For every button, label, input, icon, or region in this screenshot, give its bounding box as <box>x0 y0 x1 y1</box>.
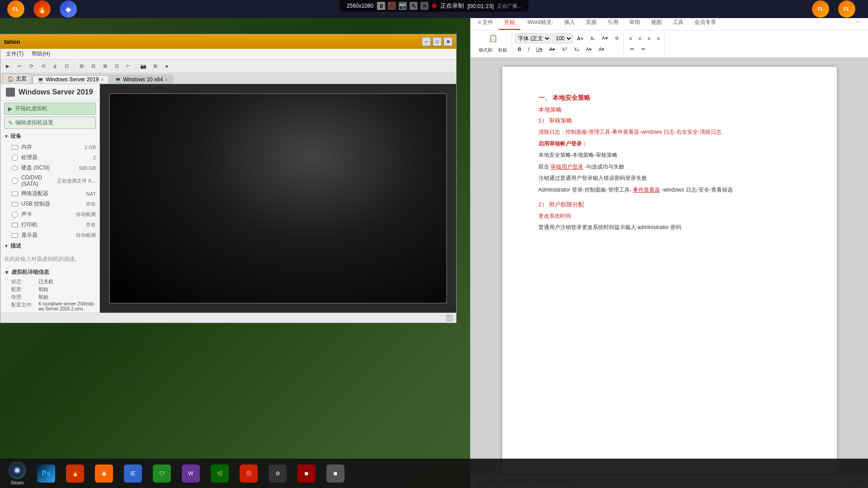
paste-button[interactable]: 粘贴 <box>495 45 510 55</box>
toolbar-more[interactable]: ▼ <box>161 61 172 71</box>
menu-file[interactable]: 文件(T) <box>2 49 27 59</box>
bold-button[interactable]: B <box>515 45 524 54</box>
toolbar-btn-5[interactable]: ⏸ <box>49 61 60 71</box>
toolbar-btn-2[interactable]: ↩ <box>14 61 25 71</box>
font-name-select[interactable]: 字体 (正文) <box>515 33 551 43</box>
align-center[interactable]: ≡ <box>636 34 644 43</box>
close-recording-button[interactable]: ✕ <box>420 2 429 10</box>
minimize-button[interactable]: ─ <box>422 37 431 46</box>
fl-right-2[interactable]: FL <box>835 0 858 20</box>
format-brush-button[interactable]: 📋 <box>486 32 500 44</box>
fl-studio-icon[interactable]: FL <box>5 0 27 20</box>
vm-screen[interactable] <box>109 93 447 304</box>
toolbar-settings[interactable]: ⊞ <box>150 61 160 71</box>
tab-home[interactable]: 🏠 主页 <box>2 74 32 84</box>
device-display[interactable]: 显示器 自动检测 <box>0 230 99 240</box>
tab-w10-close[interactable]: ✕ <box>165 77 168 82</box>
vmware-statusbar <box>0 313 456 323</box>
taskbar-app9[interactable]: ⚙ <box>264 460 291 487</box>
toolbar-screenshot[interactable]: 📷 <box>138 61 149 71</box>
pause-button[interactable]: ⏸ <box>377 2 385 10</box>
device-network[interactable]: 网络适配器 NAT <box>0 188 99 199</box>
bullet-list[interactable]: ≔ <box>627 44 637 54</box>
tab-windows10[interactable]: 💻 Windows 10 x64 ✕ <box>110 75 173 84</box>
strikethrough-button[interactable]: A▾ <box>547 45 558 54</box>
subscript-button[interactable]: X₂ <box>571 45 581 54</box>
detail-vmx: 配置文件: K:\xuniji\win server 2\Windows Ser… <box>4 301 96 312</box>
align-left[interactable]: ≡ <box>627 34 635 43</box>
cpu-icon <box>11 154 19 161</box>
wps-content[interactable]: 一、 本地安全策略 本地策略 1） 审核策略 清除日志：控制面板-管理工具-事件… <box>471 58 868 475</box>
wps-toolbar-area: ≡ 文件 开始 -Word精灵- 插入 页面 引用 审阅 视图 工具 会员专享 … <box>471 16 868 58</box>
device-printer[interactable]: 打印机 存在 <box>0 220 99 230</box>
edit-vm-button[interactable]: ✎ 编辑虚拟机设置 <box>4 117 96 129</box>
desc-section-header[interactable]: ▼ 描述 <box>0 240 99 252</box>
taskbar-app5[interactable]: 🛡 <box>148 460 175 487</box>
fire-security-icon[interactable]: 🔥 <box>31 0 53 20</box>
tab-windows-server[interactable]: 💻 Windows Server 2019 ✕ <box>33 75 109 84</box>
memory-icon <box>11 144 19 151</box>
num-list[interactable]: ≔ <box>638 44 648 54</box>
char-color-button[interactable]: A▾ <box>596 45 607 54</box>
desc-label: 描述 <box>10 242 21 250</box>
device-cd[interactable]: CD/DVD (SATA) 正在使用文件 K... <box>0 173 99 188</box>
toolbar-view-1[interactable]: ⊞ <box>76 61 87 71</box>
detail-snapshot: 快照: 初始 <box>4 293 96 301</box>
toolbar-view-2[interactable]: ⊟ <box>88 61 99 71</box>
format-brush-small[interactable]: 格式刷 <box>476 45 495 55</box>
font-color-button[interactable]: A▾ <box>599 33 610 43</box>
stop-button[interactable]: ⬛ <box>388 2 396 10</box>
recording-settings-button[interactable]: ✎ <box>410 2 418 10</box>
toolbar-play[interactable]: ▶ <box>2 61 13 71</box>
close-button[interactable]: ✕ <box>443 37 453 46</box>
align-right[interactable]: ≡ <box>645 34 653 43</box>
toolbar-view-4[interactable]: ⊡ <box>111 61 122 71</box>
taskbar-app11[interactable]: ⏺ <box>322 460 349 487</box>
font-size-select[interactable]: 100 <box>552 33 573 43</box>
device-usb[interactable]: USB 控制器 存在 <box>0 199 99 209</box>
taskbar-app4[interactable]: IE <box>119 460 146 487</box>
devices-section-header[interactable]: ▼ 设备 <box>0 131 99 142</box>
superscript-button[interactable]: X² <box>559 45 570 54</box>
underline-button[interactable]: U▾ <box>533 45 545 54</box>
3d-app-icon[interactable]: ◆ <box>57 0 80 20</box>
menu-help[interactable]: 帮助(H) <box>28 49 54 59</box>
fl-right-1[interactable]: FL <box>809 0 832 20</box>
taskbar-photoshop[interactable]: Ps <box>33 460 60 487</box>
device-disk[interactable]: 硬盘 (SCSI) 500 GB <box>0 163 99 173</box>
toolbar-btn-3[interactable]: ⟳ <box>26 61 37 71</box>
toolbar-view-5[interactable]: ⊢ <box>123 61 134 71</box>
taskbar-fire2[interactable]: 🔥 <box>61 460 89 487</box>
maximize-button[interactable]: □ <box>433 37 442 46</box>
printer-icon <box>11 221 19 229</box>
taskbar-app7[interactable]: 🌿 <box>206 460 233 487</box>
taskbar-app6[interactable]: W <box>177 460 204 487</box>
align-justify[interactable]: ≡ <box>654 34 662 43</box>
camera-button[interactable]: 📷 <box>399 2 407 10</box>
sub1-text6: Administrator 登录-控制面板-管理工具- 事件查看器 -windo… <box>538 185 801 195</box>
taskbar-app8[interactable]: 🔴 <box>235 460 262 487</box>
taskbar-app10[interactable]: ⏺ <box>293 460 320 487</box>
toolbar-btn-6[interactable]: ⊡ <box>61 61 72 71</box>
highlight-button[interactable]: A▾ <box>583 45 594 54</box>
device-memory[interactable]: 内存 2 GB <box>0 142 99 152</box>
toolbar-btn-4[interactable]: ⟲ <box>38 61 48 71</box>
device-cpu[interactable]: 处理器 2 <box>0 152 99 163</box>
clear-format-button[interactable]: ⊘ <box>612 33 622 43</box>
cd-icon <box>11 177 19 184</box>
tab-ws-close[interactable]: ✕ <box>100 77 104 82</box>
start-vm-button[interactable]: ▶ 开隔此虚拟机 <box>4 103 96 115</box>
vm-details-header[interactable]: ▼ 虚拟机详细信息 <box>4 268 96 276</box>
device-sound[interactable]: 声卡 自动检测 <box>0 209 99 220</box>
font-grow-button[interactable]: A+ <box>574 34 586 43</box>
taskbar-app3[interactable]: ◉ <box>90 460 118 487</box>
tab-home-label: 主页 <box>16 75 27 83</box>
toolbar-view-3[interactable]: ⊠ <box>99 61 110 71</box>
font-shrink-button[interactable]: A- <box>587 34 598 43</box>
resize-handle[interactable] <box>446 315 453 321</box>
vm-display-area[interactable] <box>100 84 456 313</box>
italic-button[interactable]: I <box>525 45 532 54</box>
detail-status-label: 状态: <box>11 278 38 285</box>
taskbar-steam[interactable]: Steam <box>4 460 31 487</box>
right-app-icons: FL FL <box>808 0 859 20</box>
